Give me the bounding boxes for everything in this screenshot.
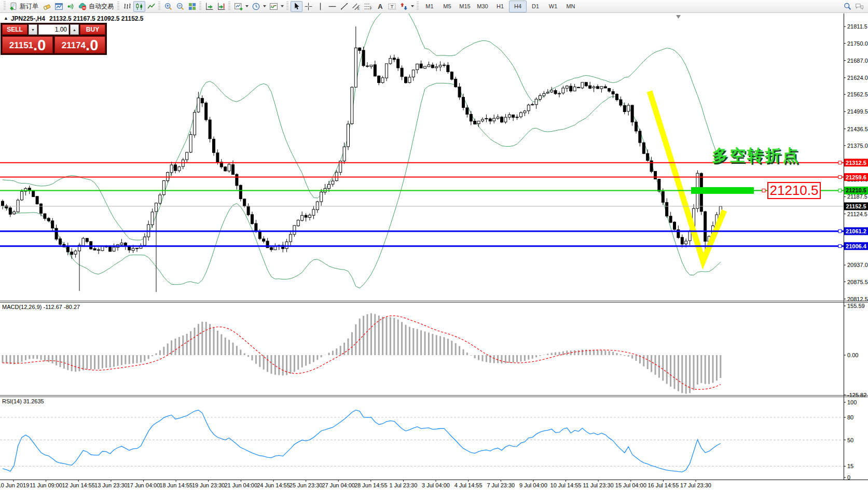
y-tick-label: 21375.0 <box>847 143 868 149</box>
price-badge-label: 21061.2 <box>846 228 866 234</box>
x-tick-label: 12 Jun 14:55 <box>62 482 95 488</box>
rsi-tick-label: 0 <box>847 474 850 481</box>
bollinger-upper-band <box>3 2 721 240</box>
price-badge-label: 21259.6 <box>846 174 866 180</box>
x-tick-label: 24 Jun 14:55 <box>257 482 290 488</box>
time-axis[interactable]: 10 Jun 201911 Jun 09:0012 Jun 14:5513 Ju… <box>0 480 711 488</box>
rsi-tick-label: 50 <box>847 437 853 443</box>
macd-tick-label: 155.59 <box>847 303 865 309</box>
chart-canvas[interactable]: 21210.5多空转折点多空转折点MACD(12,26,9) -112.67 -… <box>0 0 868 492</box>
y-tick-label: 21811.5 <box>847 23 867 30</box>
volume-increase-button[interactable]: ▲ <box>70 24 79 35</box>
scroll-pennant-icon[interactable] <box>676 15 681 19</box>
x-tick-label: 25 Jun 23:30 <box>290 482 323 488</box>
sell-price-display[interactable]: 21151.0 <box>2 36 53 53</box>
line-handle[interactable] <box>838 176 842 179</box>
x-tick-label: 11 Jun 09:00 <box>30 482 62 488</box>
sell-price-frac: .0 <box>33 38 46 53</box>
x-tick-label: 19 Jun 23:30 <box>192 482 225 488</box>
one-click-trading-panel: SELL ▼ ▲ BUY 21151.0 21174.0 <box>1 23 107 55</box>
sell-price-main: 21151 <box>9 38 33 53</box>
rsi-tick-label: 15 <box>847 463 853 469</box>
price-badge-label: 21152.5 <box>846 203 866 209</box>
x-tick-label: 7 Jul 23:30 <box>487 482 515 488</box>
macd-label: MACD(12,26,9) -112.67 -80.27 <box>2 304 80 310</box>
x-tick-label: 18 Jun 14:55 <box>159 482 192 488</box>
yellow-trend-polyline[interactable] <box>650 91 724 261</box>
annotation-text[interactable]: 多空转折点 <box>712 146 800 164</box>
x-tick-label: 10 Jun 2019 <box>0 482 29 488</box>
y-tick-label: 20937.0 <box>847 262 868 268</box>
x-tick-label: 16 Jul 14:55 <box>647 482 679 488</box>
line-handle[interactable] <box>838 230 842 233</box>
green-trend-segment[interactable] <box>691 187 754 194</box>
y-tick-label: 21436.5 <box>847 126 868 132</box>
price-label-box[interactable]: 21210.5 <box>768 182 820 199</box>
y-tick-label: 21124.5 <box>847 211 867 217</box>
line-handle[interactable] <box>838 161 842 164</box>
y-tick-label: 21562.5 <box>847 91 868 97</box>
x-tick-label: 11 Jul 23:30 <box>583 482 614 488</box>
buy-price-display[interactable]: 21174.0 <box>54 36 105 53</box>
price-badge-label: 21312.5 <box>846 160 866 166</box>
symbol-marker-icon[interactable]: ▲ <box>4 16 8 21</box>
x-tick-label: 1 Jul 23:30 <box>389 482 417 488</box>
x-tick-label: 15 Jul 04:00 <box>615 482 646 488</box>
x-tick-label: 27 Jun 04:00 <box>322 482 355 488</box>
y-tick-label: 21499.5 <box>847 108 868 115</box>
volume-decrease-button[interactable]: ▼ <box>29 24 37 35</box>
x-tick-label: 3 Jul 04:00 <box>422 482 450 488</box>
rsi-tick-label: 80 <box>847 414 853 420</box>
macd-panel[interactable] <box>3 313 721 393</box>
candlestick-series <box>2 26 722 292</box>
macd-tick-label: 0.00 <box>847 352 858 358</box>
label-anchor-handle[interactable] <box>762 189 765 192</box>
x-tick-label: 21 Jun 04:00 <box>224 482 257 488</box>
rsi-line <box>3 410 721 472</box>
buy-button[interactable]: BUY <box>80 24 105 35</box>
y-tick-label: 21687.0 <box>847 58 868 64</box>
bollinger-lower-band <box>3 83 721 288</box>
y-tick-label: 20812.5 <box>847 296 868 302</box>
x-tick-label: 28 Jun 14:55 <box>354 482 388 488</box>
sell-button[interactable]: SELL <box>2 24 27 35</box>
x-tick-label: 17 Jun 04:00 <box>127 482 160 488</box>
y-tick-label: 21624.0 <box>847 75 868 81</box>
price-label-text: 21210.5 <box>770 182 819 198</box>
rsi-tick-label: 100 <box>847 399 857 405</box>
line-handle[interactable] <box>838 245 842 248</box>
macd-tick-label: -125.82 <box>847 392 866 398</box>
chart-ohlc-values: 21132.5 21167.5 21092.5 21152.5 <box>49 15 144 22</box>
buy-price-frac: .0 <box>86 38 98 53</box>
mt4-window: 新订单自动交易EFATM1M5M15M30H1H4D1W1MN 21210.5多… <box>0 0 868 492</box>
x-tick-label: 10 Jul 14:55 <box>550 482 582 488</box>
y-tick-label: 20875.5 <box>847 279 868 285</box>
rsi-label: RSI(14) 31.2635 <box>2 398 44 404</box>
chart-title: ▲JPN225-,H421132.5 21167.5 21092.5 21152… <box>4 15 144 22</box>
volume-input[interactable] <box>38 24 69 35</box>
y-tick-label: 21187.5 <box>847 193 867 200</box>
line-handle[interactable] <box>838 189 842 192</box>
x-tick-label: 13 Jun 23:30 <box>94 482 128 488</box>
rsi-panel[interactable] <box>0 410 844 472</box>
buy-price-main: 21174 <box>62 38 86 53</box>
y-tick-label: 21750.0 <box>847 40 868 47</box>
x-tick-label: 9 Jul 04:00 <box>519 482 547 488</box>
price-badge-label: 21006.4 <box>846 243 867 249</box>
chart-symbol-period: JPN225-,H4 <box>11 15 45 22</box>
x-tick-label: 4 Jul 14:55 <box>454 482 483 488</box>
price-badge-label: 21210.5 <box>846 187 866 193</box>
x-tick-label: 17 Jul 23:30 <box>680 482 711 488</box>
